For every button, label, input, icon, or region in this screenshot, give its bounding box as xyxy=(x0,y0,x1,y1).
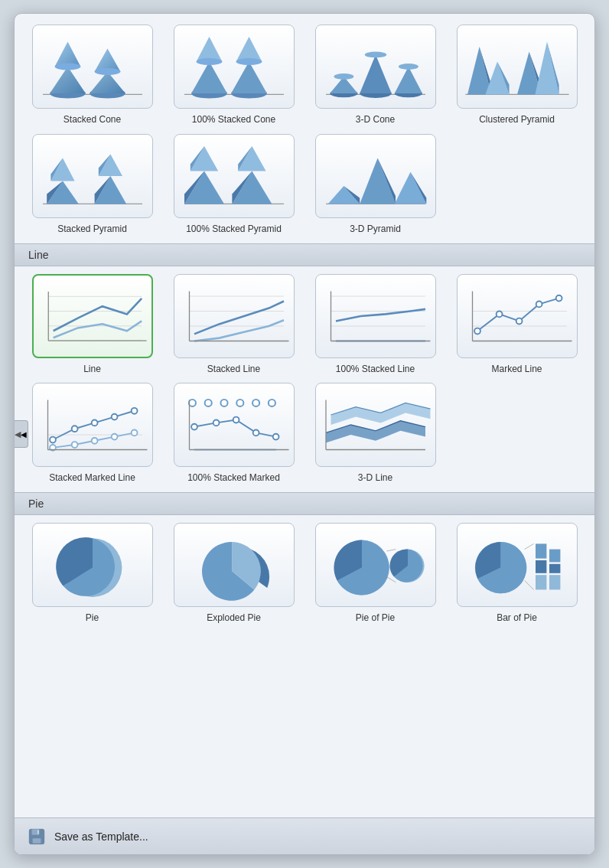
chart-item-bar-of-pie[interactable]: Bar of Pie xyxy=(450,523,584,625)
chart-thumb-3d-line[interactable] xyxy=(315,383,436,467)
chart-thumb-100pct-stacked-cone[interactable] xyxy=(174,24,295,109)
chart-thumb-line[interactable] xyxy=(32,274,153,358)
chart-label-stacked-line: Stacked Line xyxy=(207,363,260,376)
chart-thumb-clustered-pyramid[interactable] xyxy=(457,24,578,109)
chart-item-100pct-stacked-cone[interactable]: 100% Stacked Cone xyxy=(167,24,301,126)
chart-thumb-stacked-cone[interactable] xyxy=(32,24,153,109)
chart-label-3d-cone: 3-D Cone xyxy=(356,113,395,126)
empty-thumb2 xyxy=(457,383,578,467)
chart-item-exploded-pie[interactable]: Exploded Pie xyxy=(167,523,301,625)
chart-item-line[interactable]: Line xyxy=(25,274,159,376)
svg-point-17 xyxy=(236,58,262,65)
svg-line-124 xyxy=(386,577,396,582)
svg-point-92 xyxy=(50,437,56,443)
svg-rect-133 xyxy=(549,564,560,573)
svg-marker-60 xyxy=(394,172,426,204)
chart-item-stacked-cone[interactable]: Stacked Cone xyxy=(25,24,159,126)
chart-label-3d-pyramid: 3-D Pyramid xyxy=(350,223,401,236)
chart-thumb-3d-pyramid[interactable] xyxy=(315,134,436,218)
chart-thumb-marked-line[interactable] xyxy=(457,274,578,358)
svg-point-111 xyxy=(213,420,219,426)
save-as-template-label[interactable]: Save as Template... xyxy=(54,830,148,843)
svg-marker-12 xyxy=(196,37,222,62)
chart-item-3d-line[interactable]: 3-D Line xyxy=(308,383,442,485)
svg-line-127 xyxy=(524,544,533,550)
svg-rect-129 xyxy=(536,544,546,559)
svg-point-105 xyxy=(204,400,211,406)
pie-grid: Pie Exploded Pie xyxy=(25,523,584,625)
svg-marker-15 xyxy=(231,62,267,94)
chart-label-100pct-stacked-pyramid: 100% Stacked Pyramid xyxy=(186,223,282,236)
chart-thumb-3d-cone[interactable] xyxy=(315,24,436,109)
chart-item-clustered-pyramid[interactable]: Clustered Pyramid xyxy=(450,24,584,126)
svg-point-83 xyxy=(474,328,480,334)
svg-point-101 xyxy=(131,430,137,436)
chart-label-stacked-pyramid: Stacked Pyramid xyxy=(57,223,127,236)
svg-point-110 xyxy=(191,424,197,430)
svg-rect-131 xyxy=(536,575,546,589)
svg-point-104 xyxy=(188,400,195,406)
section-label-pie: Pie xyxy=(15,492,594,515)
chart-thumb-100pct-stacked-pyramid[interactable] xyxy=(174,134,295,218)
pyramid-grid-bottom: Stacked Pyramid xyxy=(25,134,584,236)
svg-point-98 xyxy=(71,442,77,448)
svg-rect-134 xyxy=(549,575,560,589)
chart-type-dialog: ◀ xyxy=(14,13,595,855)
chart-item-100pct-stacked-pyramid[interactable]: 100% Stacked Pyramid xyxy=(167,134,301,236)
cone-pyramid-grid-top: Stacked Cone xyxy=(25,24,584,126)
chart-label-pie: Pie xyxy=(86,612,99,625)
chart-thumb-exploded-pie[interactable] xyxy=(174,523,295,607)
chart-item-pie-of-pie[interactable]: Pie of Pie xyxy=(308,523,442,625)
chart-item-100pct-stacked-line[interactable]: 100% Stacked Line xyxy=(308,274,442,376)
chart-thumb-bar-of-pie[interactable] xyxy=(457,523,578,607)
svg-marker-117 xyxy=(331,403,430,426)
svg-rect-138 xyxy=(37,830,39,834)
dialog-footer: Save as Template... xyxy=(15,817,594,854)
chart-thumb-100pct-stacked-marked[interactable] xyxy=(174,383,295,467)
save-icon xyxy=(27,827,47,847)
svg-point-112 xyxy=(233,417,239,423)
chart-item-pie[interactable]: Pie xyxy=(25,523,159,625)
section-label-line: Line xyxy=(15,243,594,266)
chart-item-3d-pyramid[interactable]: 3-D Pyramid xyxy=(308,134,442,236)
chart-label-clustered-pyramid: Clustered Pyramid xyxy=(479,113,555,126)
left-nav-arrow[interactable]: ◀ xyxy=(14,420,28,448)
chart-thumb-pie-of-pie[interactable] xyxy=(315,523,436,607)
chart-label-100pct-stacked-line: 100% Stacked Line xyxy=(336,363,415,376)
svg-point-114 xyxy=(272,434,278,440)
chart-label-stacked-marked-line: Stacked Marked Line xyxy=(49,472,135,485)
chart-thumb-stacked-line[interactable] xyxy=(174,274,295,358)
line-grid-row1: Line Stacked Line xyxy=(25,274,584,376)
chart-item-stacked-marked-line[interactable]: Stacked Marked Line xyxy=(25,383,159,485)
svg-marker-29 xyxy=(467,47,491,94)
chart-thumb-stacked-marked-line[interactable] xyxy=(32,383,153,467)
chart-thumb-pie[interactable] xyxy=(32,523,153,607)
chart-label-pie-of-pie: Pie of Pie xyxy=(356,612,395,625)
chart-thumb-100pct-stacked-line[interactable] xyxy=(315,274,436,358)
chart-label-3d-line: 3-D Line xyxy=(358,472,392,485)
chart-label-bar-of-pie: Bar of Pie xyxy=(497,612,537,625)
chart-item-stacked-pyramid[interactable]: Stacked Pyramid xyxy=(25,134,159,236)
svg-marker-26 xyxy=(394,67,422,93)
line-grid-row2: Stacked Marked Line xyxy=(25,383,584,485)
svg-point-87 xyxy=(555,295,562,301)
svg-line-128 xyxy=(524,581,533,590)
svg-point-85 xyxy=(516,318,522,324)
chart-thumb-stacked-pyramid[interactable] xyxy=(32,134,153,218)
chart-item-stacked-line[interactable]: Stacked Line xyxy=(167,274,301,376)
chart-item-marked-line[interactable]: Marked Line xyxy=(450,274,584,376)
chart-item-3d-cone[interactable]: 3-D Cone xyxy=(308,24,442,126)
svg-marker-23 xyxy=(360,54,392,93)
svg-point-21 xyxy=(334,73,353,80)
svg-point-95 xyxy=(111,414,117,420)
svg-rect-137 xyxy=(33,838,41,844)
chart-label-line: Line xyxy=(83,363,101,376)
svg-marker-58 xyxy=(360,158,396,204)
chart-item-100pct-stacked-marked[interactable]: 100% Stacked Marked xyxy=(167,383,301,485)
svg-point-24 xyxy=(364,52,386,58)
svg-marker-118 xyxy=(326,421,425,443)
chart-scroll-area[interactable]: Stacked Cone xyxy=(15,14,594,817)
svg-point-107 xyxy=(236,400,243,406)
svg-point-100 xyxy=(111,434,117,440)
svg-marker-11 xyxy=(191,62,227,94)
